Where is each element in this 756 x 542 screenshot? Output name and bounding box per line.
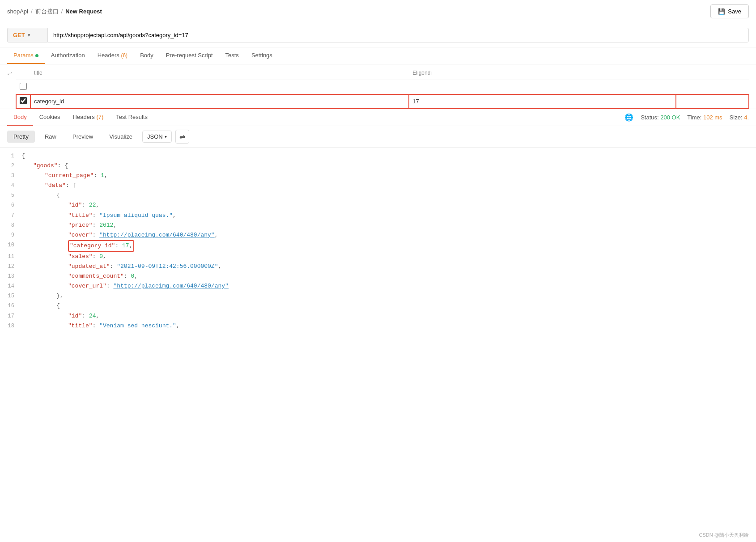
resp-tab-body[interactable]: Body	[7, 109, 33, 126]
json-line: 14 "cover_url": "http://placeimg.com/640…	[4, 281, 749, 291]
param-value-2[interactable]: 17	[409, 94, 676, 109]
save-button[interactable]: 💾 Save	[710, 4, 749, 18]
resp-tab-headers[interactable]: Headers (7)	[67, 109, 110, 126]
param-checkbox-1[interactable]	[20, 83, 27, 90]
params-section: ⇌ title Eligendi	[0, 64, 756, 109]
breadcrumb-part2: 前台接口	[35, 8, 59, 16]
highlighted-category-id: "category_id": 17,	[68, 240, 134, 252]
json-line: 7 "title": "Ipsum aliquid quas.",	[4, 211, 749, 220]
params-dot	[35, 54, 38, 57]
save-icon: 💾	[718, 8, 725, 15]
json-line: 13 "comments_count": 0,	[4, 271, 749, 281]
resp-tab-cookies[interactable]: Cookies	[33, 109, 67, 126]
response-tabs: Body Cookies Headers (7) Test Results	[7, 109, 154, 126]
param-value-1[interactable]	[409, 80, 676, 94]
breadcrumb-sep2: /	[61, 8, 63, 15]
params-table: title Eligendi category_id 17	[16, 66, 749, 109]
param-key-1[interactable]	[30, 80, 409, 94]
json-line: 1 {	[4, 151, 749, 161]
top-bar: shopApi / 前台接口 / New Request 💾 Save	[0, 0, 756, 23]
json-line: 4 "data": [	[4, 181, 749, 191]
json-line: 8 "price": 2612,	[4, 220, 749, 230]
fmt-tab-pretty[interactable]: Pretty	[7, 131, 35, 143]
globe-icon: 🌐	[624, 113, 633, 122]
size-label: Size: 4.	[730, 114, 749, 121]
fmt-tab-visualize[interactable]: Visualize	[103, 131, 139, 143]
chevron-down-icon: ▾	[165, 134, 167, 139]
json-line: 3 "current_page": 1,	[4, 171, 749, 181]
time-value: 102 ms	[703, 114, 722, 121]
resp-tab-test-results[interactable]: Test Results	[110, 109, 154, 126]
wrap-button[interactable]: ⇌	[175, 130, 189, 144]
json-line: 6 "id": 22,	[4, 200, 749, 210]
json-viewer: 1 { 2 "goods": { 3 "current_page": 1, 4 …	[0, 148, 756, 338]
json-line: 2 "goods": {	[4, 161, 749, 171]
tab-settings[interactable]: Settings	[245, 47, 279, 64]
save-label: Save	[728, 8, 741, 15]
json-format-select[interactable]: JSON ▾	[142, 131, 172, 143]
col-eligendi: Eligendi	[409, 66, 676, 80]
response-meta: 🌐 Status: 200 OK Time: 102 ms Size: 4.	[624, 113, 749, 122]
json-line: 18 "title": "Veniam sed nesciunt.",	[4, 321, 749, 331]
breadcrumb: shopApi / 前台接口 / New Request	[7, 8, 102, 16]
table-row-highlighted: category_id 17	[16, 94, 749, 109]
breadcrumb-sep1: /	[31, 8, 33, 15]
tab-body[interactable]: Body	[134, 47, 160, 64]
chevron-down-icon: ▾	[28, 33, 30, 38]
fmt-tab-raw[interactable]: Raw	[38, 131, 63, 143]
time-label: Time: 102 ms	[687, 114, 722, 121]
breadcrumb-part1: shopApi	[7, 8, 28, 15]
tab-params[interactable]: Params	[7, 47, 45, 64]
param-checkbox-2[interactable]	[20, 97, 27, 104]
json-line-highlighted: 10 "category_id": 17,	[4, 240, 749, 252]
format-bar: Pretty Raw Preview Visualize JSON ▾ ⇌	[0, 126, 756, 148]
tab-pre-request[interactable]: Pre-request Script	[160, 47, 219, 64]
filter-icon[interactable]: ⇌	[7, 66, 13, 77]
url-input[interactable]	[47, 28, 749, 42]
method-label: GET	[13, 32, 25, 38]
tab-headers[interactable]: Headers (6)	[91, 47, 134, 64]
breadcrumb-current: New Request	[65, 8, 102, 15]
tab-tests[interactable]: Tests	[219, 47, 245, 64]
json-line: 11 "sales": 0,	[4, 252, 749, 262]
response-section: Body Cookies Headers (7) Test Results 🌐 …	[0, 109, 756, 338]
json-line: 12 "updated_at": "2021-09-09T12:42:56.00…	[4, 262, 749, 271]
json-line: 9 "cover": "http://placeimg.com/640/480/…	[4, 230, 749, 240]
status-value: 200 OK	[660, 114, 680, 121]
request-tabs: Params Authorization Headers (6) Body Pr…	[0, 47, 756, 64]
col-title: title	[30, 66, 409, 80]
size-value: 4.	[744, 114, 749, 121]
tab-authorization[interactable]: Authorization	[45, 47, 91, 64]
url-bar: GET ▾	[0, 23, 756, 47]
fmt-tab-preview[interactable]: Preview	[66, 131, 99, 143]
param-key-2[interactable]: category_id	[30, 94, 409, 109]
json-line: 17 "id": 24,	[4, 311, 749, 321]
method-select[interactable]: GET ▾	[7, 28, 47, 42]
json-line: 5 {	[4, 191, 749, 200]
table-row	[16, 80, 749, 94]
status-label: Status: 200 OK	[641, 114, 680, 121]
json-format-label: JSON	[147, 133, 163, 140]
json-line: 16 {	[4, 301, 749, 311]
response-tabs-bar: Body Cookies Headers (7) Test Results 🌐 …	[0, 109, 756, 126]
json-line: 15 },	[4, 291, 749, 301]
